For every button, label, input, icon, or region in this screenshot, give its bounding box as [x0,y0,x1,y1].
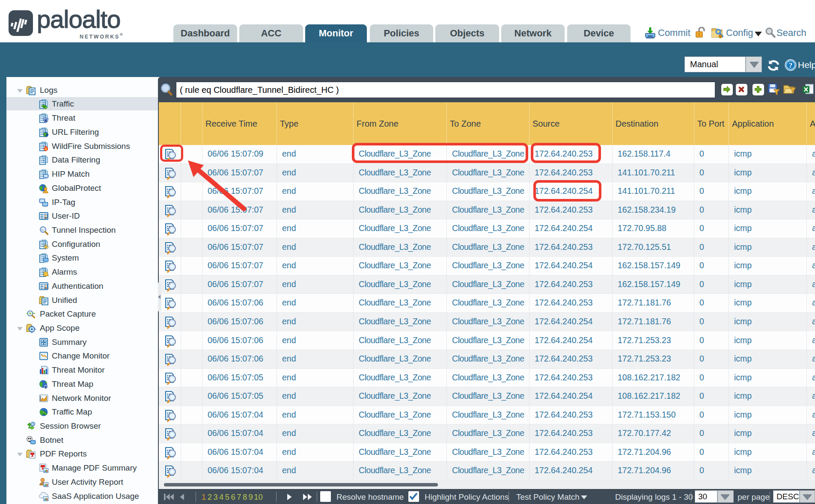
svg-text:?: ? [789,61,793,69]
